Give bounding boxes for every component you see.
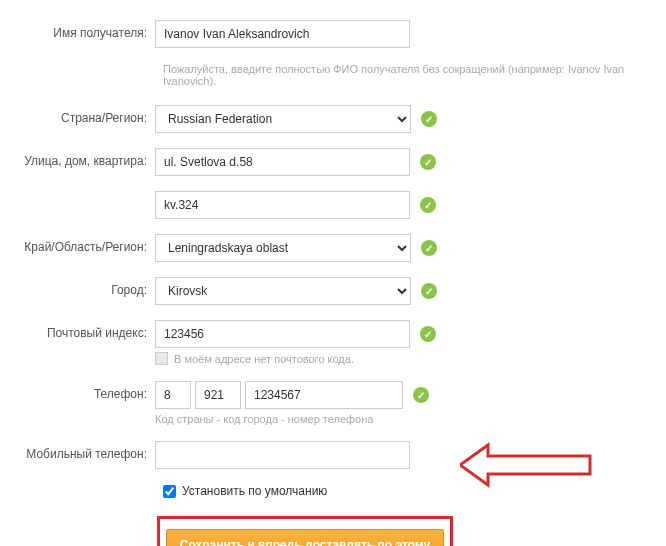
postal-input[interactable] bbox=[155, 320, 410, 348]
name-hint: Пожалуйста, введите полностью ФИО получа… bbox=[163, 63, 666, 87]
phone-hint: Код страны - код города - номер телефона bbox=[155, 413, 429, 425]
check-icon: ✓ bbox=[421, 240, 437, 256]
save-button[interactable]: Сохранить и впредь доставлять по этому а… bbox=[166, 529, 444, 546]
mobile-input[interactable] bbox=[155, 441, 410, 469]
postal-label: Почтовый индекс: bbox=[0, 320, 155, 340]
check-icon: ✓ bbox=[421, 283, 437, 299]
check-icon: ✓ bbox=[421, 111, 437, 127]
check-icon: ✓ bbox=[420, 154, 436, 170]
street1-input[interactable] bbox=[155, 148, 410, 176]
check-icon: ✓ bbox=[413, 387, 429, 403]
phone-country-input[interactable] bbox=[155, 381, 191, 409]
empty-label bbox=[0, 191, 155, 197]
phone-label: Телефон: bbox=[0, 381, 155, 401]
name-input[interactable] bbox=[155, 20, 410, 48]
check-icon: ✓ bbox=[420, 326, 436, 342]
city-select[interactable]: Kirovsk bbox=[155, 277, 411, 305]
default-checkbox[interactable] bbox=[163, 485, 176, 498]
city-label: Город: bbox=[0, 277, 155, 297]
street2-input[interactable] bbox=[155, 191, 410, 219]
country-label: Страна/Регион: bbox=[0, 105, 155, 125]
mobile-label: Мобильный телефон: bbox=[0, 441, 155, 461]
no-postal-hint: В моём адресе нет почтового кода. bbox=[174, 353, 354, 365]
street-label: Улица, дом, квартира: bbox=[0, 148, 155, 168]
no-postal-checkbox bbox=[155, 352, 168, 365]
check-icon: ✓ bbox=[420, 197, 436, 213]
name-label: Имя получателя: bbox=[0, 20, 155, 40]
region-label: Край/Область/Регион: bbox=[0, 234, 155, 254]
country-select[interactable]: Russian Federation bbox=[155, 105, 411, 133]
phone-area-input[interactable] bbox=[195, 381, 241, 409]
default-label: Установить по умолчанию bbox=[182, 484, 327, 498]
submit-highlight: Сохранить и впредь доставлять по этому а… bbox=[157, 516, 453, 546]
phone-number-input[interactable] bbox=[245, 381, 403, 409]
region-select[interactable]: Leningradskaya oblast bbox=[155, 234, 411, 262]
